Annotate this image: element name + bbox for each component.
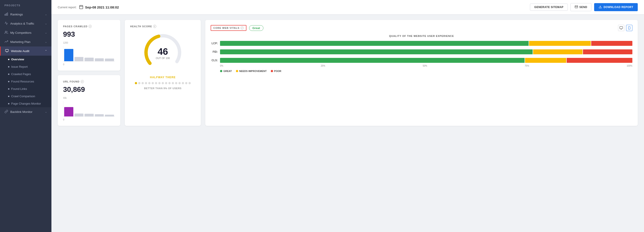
trending-icon (4, 40, 8, 44)
website-audit-submenu: Overview Issue Report Crawled Pages Foun… (0, 56, 52, 107)
better-than-percent: 9% (164, 87, 167, 90)
progress-dot (185, 82, 188, 84)
cwv-legend: GREATNEEDS IMPROVEMENTPOOR (211, 70, 632, 72)
pages-crawled-chart: 1200 0 (63, 42, 115, 66)
svg-point-3 (5, 31, 6, 32)
cwv-axis-label: 50% (422, 64, 427, 67)
cwv-seg-green (220, 50, 533, 54)
cwv-title-row: CORE WEB VITALS i Great (211, 25, 264, 31)
left-column: PAGES CRAWLED i 993 1200 0 URL FOUN (58, 20, 120, 126)
cwv-bars: LCP:FID:CLS: (211, 41, 632, 63)
progress-dot (162, 82, 164, 84)
legend-dot (220, 70, 222, 72)
pages-crawled-title: PAGES CRAWLED i (63, 25, 115, 28)
dot (8, 96, 10, 97)
sidebar-item-backlink[interactable]: Backlink Monitor ⌄ (0, 107, 52, 116)
health-score-info-icon[interactable]: i (153, 25, 156, 28)
send-icon (575, 5, 578, 9)
chevron-icon: ⌄ (45, 31, 47, 34)
pages-crawled-card: PAGES CRAWLED i 993 1200 0 (58, 20, 120, 71)
legend-dot (271, 70, 273, 72)
cwv-bar-row: CLS: (211, 58, 632, 63)
gauge-center: 46 OUT OF 100 (156, 47, 170, 60)
chart-label-min: 0 (63, 63, 115, 66)
report-label: Current report: (58, 6, 77, 9)
of-users-label: OF USERS (168, 87, 181, 90)
svg-rect-4 (5, 50, 8, 52)
bar (95, 58, 104, 61)
sidebar-sub-item-found-resources[interactable]: Found Resources (0, 78, 52, 85)
better-than-text: BETTER THAN 9% OF USERS (144, 87, 181, 90)
sidebar-item-label-rankings: Rankings (10, 13, 23, 16)
sidebar-sub-item-overview[interactable]: Overview (0, 56, 52, 63)
legend-item: POOR (271, 70, 281, 72)
bar (74, 57, 84, 62)
sidebar-sub-item-issue-report[interactable]: Issue Report (0, 63, 52, 70)
pages-bar-area (63, 46, 115, 62)
sidebar-item-label-competitors: My Competitors (10, 31, 32, 34)
bar (84, 114, 94, 116)
report-date: Sep-08 2021 11:08:02 (79, 5, 119, 10)
cwv-info-icon[interactable]: i (240, 26, 244, 30)
cwv-subtitle: QUALITY OF THE WEBSITE USER EXPERIENCE (211, 35, 632, 37)
sub-item-label-issue-report: Issue Report (11, 65, 28, 68)
sidebar-item-marketing[interactable]: Marketing Plan ⌄ (0, 37, 52, 46)
sidebar-item-analytics[interactable]: Analytics & Traffic ⌄ (0, 19, 52, 28)
device-icons (618, 25, 632, 31)
progress-dot (188, 82, 191, 84)
url-chart-label-max: 40k (63, 97, 115, 99)
bar (105, 58, 114, 61)
mobile-icon-button[interactable] (626, 25, 632, 31)
sidebar-sub-item-crawl-comparison[interactable]: Crawl Comparison (0, 92, 52, 100)
calendar-icon (79, 5, 84, 10)
cwv-badge: Great (249, 25, 264, 31)
pages-crawled-info-icon[interactable]: i (88, 25, 92, 28)
sidebar-item-rankings[interactable]: Rankings ⌄ (0, 10, 52, 19)
gauge-out-of: OUT OF 100 (156, 57, 170, 60)
sidebar-item-competitors[interactable]: My Competitors ⌄ (0, 28, 52, 37)
report-date-value: Sep-08 2021 11:08:02 (85, 5, 119, 9)
bar (74, 114, 84, 116)
sidebar-sub-item-crawled-pages[interactable]: Crawled Pages (0, 70, 52, 78)
download-report-button[interactable]: DOWNLOAD REPORT (594, 3, 638, 11)
cwv-seg-green (220, 41, 528, 46)
topbar: Current report: Sep-08 2021 11:08:02 GEN… (52, 0, 644, 14)
report-info: Current report: Sep-08 2021 11:08:02 (58, 5, 119, 10)
sidebar-sub-item-found-links[interactable]: Found Links (0, 85, 52, 92)
progress-dot (152, 82, 154, 84)
url-found-chart: 40k 0 (63, 97, 115, 121)
sidebar-item-website-audit[interactable]: Website Audit ⌃ (0, 46, 52, 56)
gauge-number: 46 (156, 47, 170, 56)
sidebar-item-label-analytics: Analytics & Traffic (10, 22, 34, 25)
progress-dot (178, 82, 181, 84)
chevron-icon: ⌄ (45, 110, 47, 113)
main-content: Current report: Sep-08 2021 11:08:02 GEN… (52, 0, 644, 232)
health-gauge: 46 OUT OF 100 (143, 32, 183, 73)
sidebar-sub-item-page-changes[interactable]: Page Changes Monitor (0, 100, 52, 107)
progress-dot (165, 82, 167, 84)
sub-item-label-found-resources: Found Resources (11, 80, 34, 83)
generate-sitemap-button[interactable]: GENERATE SITEMAP (530, 4, 568, 11)
bar (64, 49, 73, 61)
url-found-info-icon[interactable]: i (81, 80, 84, 83)
cwv-axis-label: 100% (626, 64, 632, 67)
progress-dot (142, 82, 144, 84)
sidebar-header: PROJECTS (0, 0, 52, 10)
better-than-label: BETTER THAN (144, 87, 162, 90)
sidebar-item-label-backlink: Backlink Monitor (10, 110, 32, 114)
bar (64, 107, 73, 116)
content-area: PAGES CRAWLED i 993 1200 0 URL FOUN (52, 14, 644, 131)
cwv-header: CORE WEB VITALS i Great (211, 25, 632, 31)
bar (84, 58, 94, 61)
url-bar-area (63, 101, 115, 117)
download-icon (598, 5, 602, 9)
active-dot (8, 59, 10, 60)
desktop-icon-button[interactable] (618, 25, 624, 31)
cwv-metric-label: CLS: (211, 59, 218, 62)
send-button[interactable]: SEND (570, 3, 592, 11)
dot (8, 81, 10, 82)
legend-item: NEEDS IMPROVEMENT (236, 70, 267, 72)
progress-dot (172, 82, 174, 84)
cwv-bar-track (220, 58, 632, 63)
sidebar: PROJECTS Rankings ⌄ Analytics & Traffic … (0, 0, 52, 232)
